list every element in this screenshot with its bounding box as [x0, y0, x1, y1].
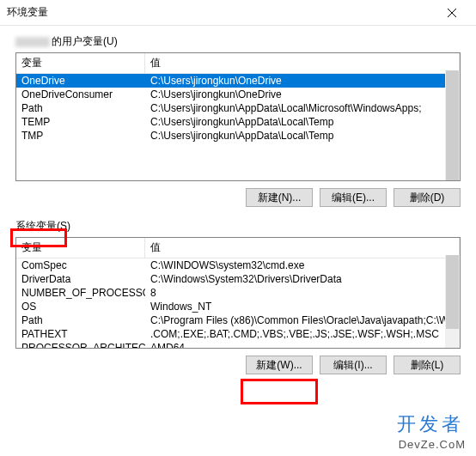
- col-header-value[interactable]: 值: [145, 53, 460, 73]
- table-row[interactable]: DriverDataC:\Windows\System32\Drivers\Dr…: [16, 272, 460, 286]
- system-vars-listbox[interactable]: 变量 值 ComSpecC:\WINDOWS\system32\cmd.exeD…: [15, 237, 461, 349]
- table-row[interactable]: TMPC:\Users\jirongkun\AppData\Local\Temp: [16, 129, 460, 143]
- col-header-name[interactable]: 变量: [16, 53, 145, 73]
- var-value: C:\Program Files (x86)\Common Files\Orac…: [145, 313, 460, 327]
- system-edit-button[interactable]: 编辑(I)...: [320, 356, 387, 374]
- table-row[interactable]: PATHEXT.COM;.EXE;.BAT;.CMD;.VBS;.VBE;.JS…: [16, 327, 460, 341]
- var-name: NUMBER_OF_PROCESSORS: [16, 286, 145, 300]
- var-name: TMP: [16, 129, 145, 143]
- var-name: OneDrive: [16, 74, 145, 88]
- system-vars-label: 系统变量(S): [15, 219, 461, 234]
- system-vars-header: 变量 值: [16, 238, 460, 258]
- var-value: C:\Users\jirongkun\AppData\Local\Microso…: [145, 101, 460, 115]
- table-row[interactable]: OSWindows_NT: [16, 300, 460, 313]
- var-name: OS: [16, 300, 145, 313]
- var-value: .COM;.EXE;.BAT;.CMD;.VBS;.VBE;.JS;.JSE;.…: [145, 327, 460, 341]
- table-row[interactable]: OneDriveConsumerC:\Users\jirongkun\OneDr…: [16, 88, 460, 101]
- table-row[interactable]: PathC:\Program Files (x86)\Common Files\…: [16, 313, 460, 327]
- var-value: 8: [145, 286, 460, 300]
- var-name: Path: [16, 101, 145, 115]
- var-value: C:\Users\jirongkun\AppData\Local\Temp: [145, 129, 460, 143]
- col-header-name[interactable]: 变量: [16, 238, 145, 258]
- col-header-value[interactable]: 值: [145, 238, 460, 258]
- table-row[interactable]: OneDriveC:\Users\jirongkun\OneDrive: [16, 74, 460, 88]
- table-row[interactable]: PROCESSOR_ARCHITECTUREAMD64: [16, 341, 460, 348]
- var-value: C:\Users\jirongkun\OneDrive: [145, 74, 460, 88]
- scrollbar[interactable]: [445, 255, 460, 348]
- var-value: C:\Users\jirongkun\OneDrive: [145, 88, 460, 101]
- system-new-button[interactable]: 新建(W)...: [246, 356, 313, 374]
- user-delete-button[interactable]: 删除(D): [394, 188, 461, 207]
- titlebar: 环境变量: [0, 0, 476, 26]
- var-name: OneDriveConsumer: [16, 88, 145, 101]
- user-vars-listbox[interactable]: 变量 值 OneDriveC:\Users\jirongkun\OneDrive…: [15, 52, 461, 181]
- scrollbar[interactable]: [445, 70, 460, 180]
- var-value: C:\Windows\System32\Drivers\DriverData: [145, 272, 460, 286]
- var-value: AMD64: [145, 341, 460, 348]
- user-new-button[interactable]: 新建(N)...: [246, 188, 313, 207]
- watermark-sub-text: DevZe.CoM: [399, 438, 466, 451]
- window-title: 环境变量: [7, 5, 435, 20]
- table-row[interactable]: TEMPC:\Users\jirongkun\AppData\Local\Tem…: [16, 115, 460, 129]
- system-delete-button[interactable]: 删除(L): [394, 356, 461, 374]
- user-vars-label: 的用户变量(U): [15, 34, 461, 49]
- var-name: TEMP: [16, 115, 145, 129]
- watermark-text: 开发者: [397, 411, 464, 437]
- table-row[interactable]: PathC:\Users\jirongkun\AppData\Local\Mic…: [16, 101, 460, 115]
- user-vars-header: 变量 值: [16, 53, 460, 74]
- var-name: DriverData: [16, 272, 145, 286]
- close-icon: [448, 9, 456, 17]
- var-value: Windows_NT: [145, 300, 460, 313]
- close-button[interactable]: [435, 0, 469, 26]
- user-edit-button[interactable]: 编辑(E)...: [320, 188, 387, 207]
- scrollbar-thumb[interactable]: [446, 255, 459, 329]
- var-name: PATHEXT: [16, 327, 145, 341]
- var-value: C:\WINDOWS\system32\cmd.exe: [145, 258, 460, 272]
- var-name: ComSpec: [16, 258, 145, 272]
- table-row[interactable]: NUMBER_OF_PROCESSORS8: [16, 286, 460, 300]
- var-name: PROCESSOR_ARCHITECTURE: [16, 341, 145, 348]
- table-row[interactable]: ComSpecC:\WINDOWS\system32\cmd.exe: [16, 258, 460, 272]
- var-value: C:\Users\jirongkun\AppData\Local\Temp: [145, 115, 460, 129]
- var-name: Path: [16, 313, 145, 327]
- highlight-annotation: [241, 379, 318, 404]
- username-blur: [15, 37, 50, 47]
- scrollbar-thumb[interactable]: [446, 70, 459, 180]
